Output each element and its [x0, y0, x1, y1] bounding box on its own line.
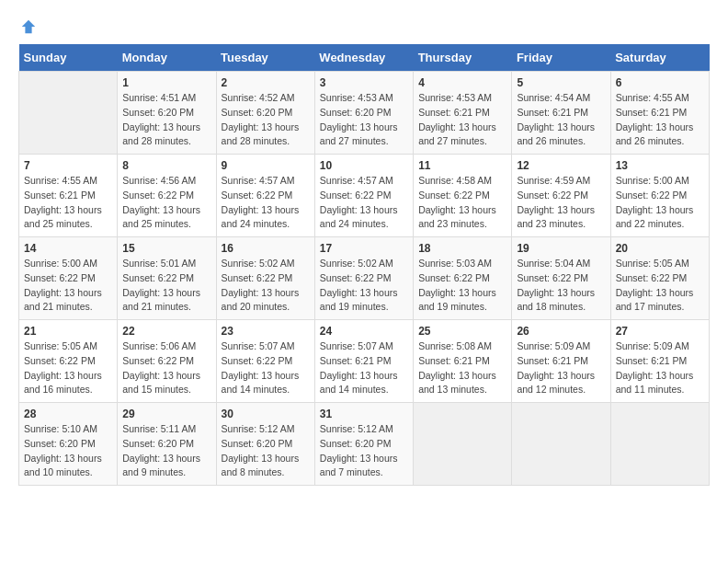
calendar-cell: 2Sunrise: 4:52 AM Sunset: 6:20 PM Daylig…: [216, 72, 314, 155]
day-number: 23: [222, 325, 310, 338]
calendar-cell: 10Sunrise: 4:57 AM Sunset: 6:22 PM Dayli…: [314, 155, 413, 237]
calendar-week-row: 7Sunrise: 4:55 AM Sunset: 6:21 PM Daylig…: [19, 155, 710, 237]
day-number: 18: [418, 242, 506, 255]
header-thursday: Thursday: [414, 44, 512, 72]
calendar-cell: 18Sunrise: 5:03 AM Sunset: 6:22 PM Dayli…: [414, 237, 512, 320]
calendar-cell: 20Sunrise: 5:05 AM Sunset: 6:22 PM Dayli…: [610, 237, 709, 320]
day-info: Sunrise: 5:12 AM Sunset: 6:20 PM Dayligh…: [222, 422, 310, 480]
day-info: Sunrise: 4:59 AM Sunset: 6:22 PM Dayligh…: [517, 174, 605, 232]
day-info: Sunrise: 5:00 AM Sunset: 6:22 PM Dayligh…: [616, 174, 704, 232]
header-saturday: Saturday: [610, 44, 709, 72]
day-number: 17: [320, 242, 408, 255]
calendar-cell: 13Sunrise: 5:00 AM Sunset: 6:22 PM Dayli…: [610, 155, 709, 237]
calendar-cell: 26Sunrise: 5:09 AM Sunset: 6:21 PM Dayli…: [512, 320, 610, 403]
day-info: Sunrise: 5:05 AM Sunset: 6:22 PM Dayligh…: [24, 339, 112, 397]
day-number: 28: [24, 408, 112, 420]
calendar-cell: 6Sunrise: 4:55 AM Sunset: 6:21 PM Daylig…: [610, 72, 709, 155]
day-info: Sunrise: 4:53 AM Sunset: 6:20 PM Dayligh…: [320, 91, 408, 149]
calendar-cell: 9Sunrise: 4:57 AM Sunset: 6:22 PM Daylig…: [216, 155, 314, 237]
day-info: Sunrise: 5:03 AM Sunset: 6:22 PM Dayligh…: [418, 257, 506, 315]
day-info: Sunrise: 4:57 AM Sunset: 6:22 PM Dayligh…: [222, 174, 310, 232]
day-info: Sunrise: 5:01 AM Sunset: 6:22 PM Dayligh…: [122, 257, 210, 315]
day-info: Sunrise: 5:11 AM Sunset: 6:20 PM Dayligh…: [122, 422, 210, 480]
calendar-week-row: 1Sunrise: 4:51 AM Sunset: 6:20 PM Daylig…: [19, 72, 710, 155]
calendar-cell: 30Sunrise: 5:12 AM Sunset: 6:20 PM Dayli…: [216, 403, 314, 486]
calendar-cell: 25Sunrise: 5:08 AM Sunset: 6:21 PM Dayli…: [414, 320, 512, 403]
day-info: Sunrise: 4:52 AM Sunset: 6:20 PM Dayligh…: [222, 91, 310, 149]
day-info: Sunrise: 4:54 AM Sunset: 6:21 PM Dayligh…: [517, 91, 605, 149]
day-number: 21: [24, 325, 112, 338]
calendar-cell: [512, 403, 610, 486]
calendar-cell: 22Sunrise: 5:06 AM Sunset: 6:22 PM Dayli…: [118, 320, 216, 403]
calendar-cell: 1Sunrise: 4:51 AM Sunset: 6:20 PM Daylig…: [118, 72, 216, 155]
header-wednesday: Wednesday: [314, 44, 413, 72]
calendar-cell: 28Sunrise: 5:10 AM Sunset: 6:20 PM Dayli…: [19, 403, 118, 486]
day-number: 8: [122, 159, 210, 172]
header-monday: Monday: [118, 44, 216, 72]
calendar-cell: 16Sunrise: 5:02 AM Sunset: 6:22 PM Dayli…: [216, 237, 314, 320]
day-number: 13: [616, 159, 704, 172]
day-number: 9: [222, 159, 310, 172]
calendar-table: SundayMondayTuesdayWednesdayThursdayFrid…: [18, 44, 710, 486]
day-info: Sunrise: 5:00 AM Sunset: 6:22 PM Dayligh…: [24, 257, 112, 315]
day-number: 24: [320, 325, 408, 338]
day-info: Sunrise: 5:07 AM Sunset: 6:22 PM Dayligh…: [222, 339, 310, 397]
calendar-cell: 14Sunrise: 5:00 AM Sunset: 6:22 PM Dayli…: [19, 237, 118, 320]
calendar-week-row: 21Sunrise: 5:05 AM Sunset: 6:22 PM Dayli…: [19, 320, 710, 403]
day-number: 6: [616, 76, 704, 89]
calendar-cell: 12Sunrise: 4:59 AM Sunset: 6:22 PM Dayli…: [512, 155, 610, 237]
page-header: [18, 18, 710, 35]
day-info: Sunrise: 4:55 AM Sunset: 6:21 PM Dayligh…: [616, 91, 704, 149]
calendar-cell: 7Sunrise: 4:55 AM Sunset: 6:21 PM Daylig…: [19, 155, 118, 237]
header-tuesday: Tuesday: [216, 44, 314, 72]
day-number: 1: [122, 76, 210, 89]
calendar-header-row: SundayMondayTuesdayWednesdayThursdayFrid…: [19, 44, 710, 72]
calendar-cell: 4Sunrise: 4:53 AM Sunset: 6:21 PM Daylig…: [414, 72, 512, 155]
day-info: Sunrise: 4:53 AM Sunset: 6:21 PM Dayligh…: [418, 91, 506, 149]
day-info: Sunrise: 5:09 AM Sunset: 6:21 PM Dayligh…: [517, 339, 605, 397]
calendar-cell: 29Sunrise: 5:11 AM Sunset: 6:20 PM Dayli…: [118, 403, 216, 486]
day-info: Sunrise: 5:04 AM Sunset: 6:22 PM Dayligh…: [517, 257, 605, 315]
day-number: 10: [320, 159, 408, 172]
calendar-cell: 17Sunrise: 5:02 AM Sunset: 6:22 PM Dayli…: [314, 237, 413, 320]
day-info: Sunrise: 5:08 AM Sunset: 6:21 PM Dayligh…: [418, 339, 506, 397]
day-number: 14: [24, 242, 112, 255]
day-info: Sunrise: 4:51 AM Sunset: 6:20 PM Dayligh…: [122, 91, 210, 149]
day-info: Sunrise: 4:55 AM Sunset: 6:21 PM Dayligh…: [24, 174, 112, 232]
day-number: 30: [222, 408, 310, 420]
header-friday: Friday: [512, 44, 610, 72]
day-number: 25: [418, 325, 506, 338]
day-number: 27: [616, 325, 704, 338]
day-info: Sunrise: 5:10 AM Sunset: 6:20 PM Dayligh…: [24, 422, 112, 480]
day-number: 26: [517, 325, 605, 338]
day-number: 4: [418, 76, 506, 89]
logo: [18, 18, 37, 35]
calendar-cell: 19Sunrise: 5:04 AM Sunset: 6:22 PM Dayli…: [512, 237, 610, 320]
calendar-cell: [414, 403, 512, 486]
svg-marker-0: [22, 20, 35, 33]
day-number: 16: [222, 242, 310, 255]
day-info: Sunrise: 5:05 AM Sunset: 6:22 PM Dayligh…: [616, 257, 704, 315]
calendar-cell: 31Sunrise: 5:12 AM Sunset: 6:20 PM Dayli…: [314, 403, 413, 486]
day-info: Sunrise: 4:56 AM Sunset: 6:22 PM Dayligh…: [122, 174, 210, 232]
calendar-week-row: 14Sunrise: 5:00 AM Sunset: 6:22 PM Dayli…: [19, 237, 710, 320]
calendar-cell: 15Sunrise: 5:01 AM Sunset: 6:22 PM Dayli…: [118, 237, 216, 320]
calendar-cell: 21Sunrise: 5:05 AM Sunset: 6:22 PM Dayli…: [19, 320, 118, 403]
calendar-week-row: 28Sunrise: 5:10 AM Sunset: 6:20 PM Dayli…: [19, 403, 710, 486]
calendar-cell: 3Sunrise: 4:53 AM Sunset: 6:20 PM Daylig…: [314, 72, 413, 155]
logo-icon: [20, 18, 37, 35]
day-number: 3: [320, 76, 408, 89]
day-info: Sunrise: 5:09 AM Sunset: 6:21 PM Dayligh…: [616, 339, 704, 397]
day-number: 12: [517, 159, 605, 172]
day-info: Sunrise: 5:12 AM Sunset: 6:20 PM Dayligh…: [320, 422, 408, 480]
calendar-cell: 23Sunrise: 5:07 AM Sunset: 6:22 PM Dayli…: [216, 320, 314, 403]
calendar-cell: 24Sunrise: 5:07 AM Sunset: 6:21 PM Dayli…: [314, 320, 413, 403]
day-info: Sunrise: 4:58 AM Sunset: 6:22 PM Dayligh…: [418, 174, 506, 232]
day-number: 11: [418, 159, 506, 172]
day-number: 15: [122, 242, 210, 255]
calendar-cell: 5Sunrise: 4:54 AM Sunset: 6:21 PM Daylig…: [512, 72, 610, 155]
day-info: Sunrise: 5:07 AM Sunset: 6:21 PM Dayligh…: [320, 339, 408, 397]
calendar-cell: 8Sunrise: 4:56 AM Sunset: 6:22 PM Daylig…: [118, 155, 216, 237]
calendar-cell: [610, 403, 709, 486]
day-number: 31: [320, 408, 408, 420]
